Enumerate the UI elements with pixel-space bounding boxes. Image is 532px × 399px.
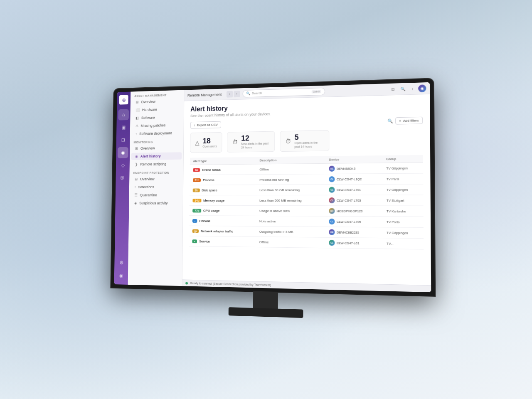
sidebar-item-overview-asset[interactable]: ⊞ Overview [132, 97, 182, 106]
sidebar-item-software[interactable]: ◧ Software [132, 113, 182, 121]
sidebar-label-scripting: Remote scripting [140, 162, 166, 166]
sidebar-label-patches: Missing patches [141, 123, 166, 128]
table-row[interactable]: 14dMemory usageLess than 500 MB remainin… [190, 195, 424, 206]
sidebar-label-software: Software [141, 116, 155, 120]
nav-icon-alerts[interactable]: ◉ [118, 147, 128, 158]
cell-group: TV... [383, 238, 424, 249]
alert-type-text: Process [203, 178, 214, 182]
nav-icon-shield[interactable]: ⛨ [117, 172, 128, 184]
device-name: HCBDPVGDP123 [337, 209, 362, 213]
cell-device: CLCLW-CS47-L701 [325, 185, 383, 195]
window-title: Remote Management [187, 92, 222, 97]
action-icon-1[interactable]: ⊡ [389, 85, 397, 93]
sidebar-item-suspicious[interactable]: ◈ Suspicious activity [131, 200, 181, 207]
software-icon: ◧ [135, 116, 139, 120]
severity-badge: Err [193, 178, 201, 182]
forward-button[interactable]: › [234, 91, 240, 97]
severity-badge: 14d [192, 199, 201, 202]
section-title-endpoint: ENDPOINT PROTECTION [129, 168, 183, 175]
device-avatar: HC [329, 208, 335, 214]
col-description: Description [256, 156, 326, 164]
table-row[interactable]: •ServiceOfflineCLCLW-CS47-L01TV... [189, 236, 424, 249]
col-device: Device [325, 155, 383, 163]
cell-alert-type: •Service [189, 236, 256, 247]
device-name: CLW-CS47-L1Q2 [337, 177, 362, 181]
sidebar-item-remote-scripting[interactable]: ❯ Remote scripting [131, 160, 182, 168]
nav-icon-monitor[interactable]: ▣ [118, 122, 129, 133]
sidebar-item-software-deployment[interactable]: ↑ Software deployment [131, 129, 182, 138]
cell-group: TV Stuttgart [383, 195, 423, 206]
table-row[interactable]: 2kDisk spaceLess than 90 GB remainingCLC… [190, 184, 423, 195]
search-bar[interactable]: 🔍 Search Ctrl+S [242, 87, 325, 97]
col-alert-type: Alert type [190, 157, 256, 165]
nav-icon-devices[interactable]: ⊡ [118, 134, 128, 145]
sidebar-label-overview-mon: Overview [140, 146, 155, 150]
table-row[interactable]: 77dCPU usageUsage is above 90%HCHCBDPVGD… [190, 205, 424, 217]
action-icon-2[interactable]: 🔍 [399, 85, 406, 93]
sidebar-item-overview-ep[interactable]: ⊞ Overview [131, 175, 182, 183]
sidebar-label-detections: Detections [138, 185, 154, 189]
sidebar-label-hardware: Hardware [142, 108, 157, 112]
cell-description: Less than 90 GB remaining [256, 185, 325, 195]
cell-description: Note active [256, 216, 325, 227]
device-avatar: DE [329, 166, 335, 172]
device-name: DEVNC8B2235 [337, 230, 359, 234]
nav-icon-home[interactable]: ⌂ [118, 109, 129, 120]
export-csv-button[interactable]: ↓ Export as CSV [190, 121, 222, 129]
cell-group: TV Göppingen [383, 163, 423, 174]
table-row[interactable]: bkOnline statusOfflineDEDEVNB8D45TV Göpp… [190, 163, 424, 175]
cell-description: Usage is above 90% [256, 206, 325, 217]
sidebar-item-hardware[interactable]: ⬜ Hardware [132, 105, 182, 113]
sidebar-item-overview-mon[interactable]: ⊞ Overview [131, 144, 182, 152]
table-row[interactable]: ErrProcessProcess not runningCLCLW-CS47-… [190, 173, 423, 185]
table-body: bkOnline statusOfflineDEDEVNB8D45TV Göpp… [189, 163, 424, 249]
device-name: CLW-CS47-L01 [337, 241, 359, 245]
cell-alert-type: ErrProcess [190, 175, 256, 185]
stat-new-label: New alerts in the past 24 hours [241, 142, 270, 150]
nav-icon-settings[interactable]: ⚙ [116, 257, 127, 268]
filter-icon: ≡ [399, 119, 401, 123]
cell-description: Process not running [256, 174, 325, 185]
cell-description: Less than 500 MB remaining [256, 195, 325, 206]
action-icon-user[interactable]: ◉ [418, 84, 426, 92]
main-content: Alert history See the recent history of … [182, 94, 431, 285]
device-avatar: CL [329, 197, 335, 203]
alert-type-text: Firewall [200, 219, 210, 223]
device-avatar: DE [329, 229, 335, 235]
cell-device: DEDEVNC8B2235 [325, 227, 383, 238]
action-icon-3[interactable]: ↕ [409, 85, 416, 93]
sidebar-item-quarantine[interactable]: ☰ Quarantine [131, 192, 181, 199]
patches-icon: ⚠ [135, 124, 138, 128]
sidebar-item-missing-patches[interactable]: ⚠ Missing patches [132, 121, 182, 130]
toolbar: ↓ Export as CSV 🔍 ≡ Add filters [190, 117, 423, 129]
alert-type-text: Online status [202, 168, 221, 172]
cell-alert-type: 14dMemory usage [190, 195, 256, 206]
cell-device: CLCLW-CS47-L705 [325, 216, 383, 227]
nav-icon-diamond[interactable]: ◇ [117, 160, 128, 171]
alert-type-text: Network adapter traffic [201, 229, 233, 233]
stat-24h-content: 5 Open alerts in the past 14 hours [294, 133, 324, 148]
sidebar-label-alert-history: Alert history [140, 154, 161, 158]
severity-badge: 2k [193, 188, 200, 192]
sidebar-item-detections[interactable]: ! Detections [131, 183, 182, 191]
sidebar-item-alert-history[interactable]: ◉ Alert history [131, 152, 182, 160]
severity-badge: jp [192, 229, 199, 233]
stats-row: △ 18 Open alerts ⏱ 12 New alert [190, 128, 423, 153]
device-avatar: CL [329, 219, 335, 224]
quarantine-icon: ☰ [135, 193, 138, 197]
alert-table: Alert type Description Device Group bkOn… [189, 155, 424, 250]
device-avatar: CL [329, 187, 335, 193]
overview-mon-icon: ⊞ [135, 146, 138, 150]
search-icon-toolbar[interactable]: 🔍 [387, 118, 393, 123]
nav-icon-user[interactable]: ◉ [116, 270, 126, 281]
device-name: DEVNB8D45 [337, 167, 355, 171]
back-button[interactable]: ‹ [227, 91, 233, 97]
overview-ep-icon: ⊞ [135, 177, 138, 181]
add-filters-button[interactable]: ≡ Add filters [395, 117, 423, 125]
stat-open-alerts: △ 18 Open alerts [190, 132, 222, 153]
cell-group: TV Göppingen [383, 227, 424, 239]
section-title-monitoring: MONITORING [130, 137, 183, 145]
search-shortcut: Ctrl+S [311, 90, 321, 94]
toolbar-right: 🔍 ≡ Add filters [387, 117, 423, 125]
stat-icon-24h: ⏱ [285, 138, 291, 145]
